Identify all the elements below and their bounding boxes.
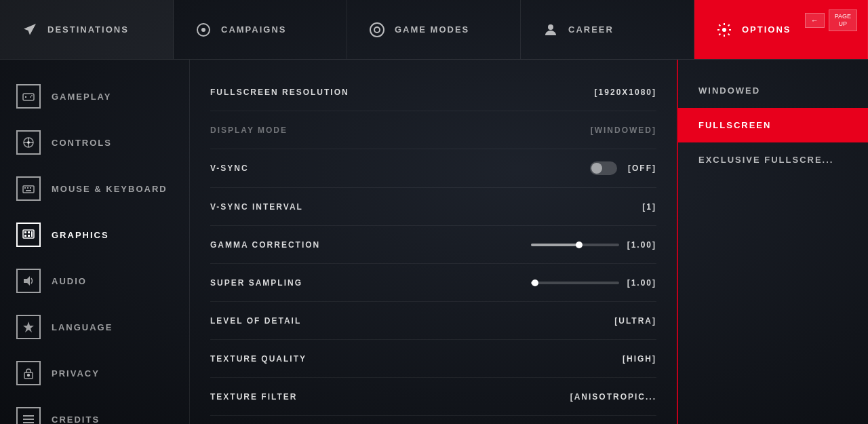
vsync-interval-value: [1] — [642, 202, 656, 212]
super-sampling-value: [1.00] — [627, 278, 656, 288]
super-sampling-slider-thumb — [532, 280, 538, 286]
nav-item-campaigns[interactable]: CAMPAIGNS — [174, 0, 347, 59]
svg-point-9 — [30, 96, 31, 98]
sidebar-item-privacy[interactable]: PRIVACY — [0, 350, 189, 396]
option-windowed[interactable]: WINDOWED — [678, 73, 868, 108]
vsync-value: [OFF] — [628, 163, 656, 173]
page-up-button[interactable]: PAGEUP — [829, 9, 857, 31]
svg-rect-30 — [23, 415, 34, 417]
gameplay-label: GAMEPLAY — [52, 92, 111, 102]
campaigns-label: CAMPAIGNS — [221, 24, 286, 35]
setting-texture-quality[interactable]: TEXTURE QUALITY [HIGH] — [210, 340, 656, 378]
career-label: CAREER — [568, 24, 614, 35]
setting-ssao[interactable]: SSAO [ULTRA] — [210, 416, 656, 424]
options-panel: WINDOWED FULLSCREEN EXCLUSIVE FULLSCRE..… — [678, 60, 868, 424]
fullscreen-resolution-label: FULLSCREEN RESOLUTION — [210, 88, 349, 97]
page-back-button[interactable]: ← — [805, 13, 825, 28]
gamma-controls: [1.00] — [531, 240, 656, 250]
gamma-value: [1.00] — [627, 240, 656, 250]
texture-filter-label: TEXTURE FILTER — [210, 392, 297, 402]
svg-point-3 — [374, 27, 380, 33]
sidebar-item-mouse-keyboard[interactable]: MOUSE & KEYBOARD — [0, 166, 189, 212]
game-modes-icon — [368, 20, 387, 39]
vsync-interval-label: V-SYNC INTERVAL — [210, 202, 303, 212]
setting-vsync-interval[interactable]: V-SYNC INTERVAL [1] — [210, 188, 656, 226]
setting-fullscreen-resolution[interactable]: FULLSCREEN RESOLUTION [1920X1080] — [210, 73, 656, 111]
mouse-keyboard-icon — [16, 176, 41, 201]
svg-rect-16 — [24, 187, 26, 189]
setting-vsync[interactable]: V-SYNC [OFF] — [210, 149, 656, 188]
texture-quality-value: [HIGH] — [623, 354, 656, 364]
page-navigation: ← PAGEUP — [805, 9, 857, 31]
sidebar-item-gameplay[interactable]: GAMEPLAY — [0, 73, 189, 119]
svg-marker-26 — [24, 276, 30, 286]
language-icon — [16, 315, 41, 339]
vsync-label: V-SYNC — [210, 163, 249, 173]
level-of-detail-label: LEVEL OF DETAIL — [210, 316, 301, 326]
mouse-keyboard-label: MOUSE & KEYBOARD — [52, 184, 167, 194]
credits-icon — [16, 407, 41, 424]
vsync-toggle-knob — [591, 163, 602, 174]
nav-item-destinations[interactable]: DESTINATIONS — [0, 0, 174, 59]
gamma-label: GAMMA CORRECTION — [210, 240, 320, 250]
vsync-controls: [OFF] — [590, 161, 656, 175]
nav-item-game-modes[interactable]: GAME MODES — [347, 0, 521, 59]
svg-point-29 — [28, 374, 30, 377]
controls-label: CONTROLS — [52, 138, 112, 148]
language-label: LANGUAGE — [52, 322, 113, 332]
svg-rect-15 — [23, 186, 34, 193]
svg-point-5 — [722, 28, 726, 32]
destinations-icon — [20, 20, 39, 39]
vsync-toggle[interactable] — [590, 161, 617, 175]
svg-marker-27 — [23, 322, 34, 332]
privacy-icon — [16, 361, 41, 385]
display-mode-value: [WINDOWED] — [591, 126, 656, 135]
setting-super-sampling[interactable]: SUPER SAMPLING [1.00] — [210, 264, 656, 302]
svg-rect-23 — [24, 235, 26, 237]
sidebar-item-language[interactable]: LANGUAGE — [0, 304, 189, 350]
sidebar-item-audio[interactable]: AUDIO — [0, 258, 189, 304]
option-windowed-label: WINDOWED — [698, 85, 760, 96]
option-fullscreen-label: FULLSCREEN — [698, 120, 771, 130]
setting-level-of-detail[interactable]: LEVEL OF DETAIL [ULTRA] — [210, 302, 656, 340]
svg-point-2 — [370, 23, 384, 37]
top-navigation: DESTINATIONS CAMPAIGNS GAME MODES CAREER — [0, 0, 868, 60]
svg-rect-18 — [30, 187, 31, 189]
svg-rect-21 — [24, 231, 26, 233]
setting-gamma[interactable]: GAMMA CORRECTION [1.00] — [210, 226, 656, 264]
sidebar: GAMEPLAY CONTROLS — [0, 60, 190, 424]
svg-rect-32 — [23, 422, 34, 423]
audio-icon — [16, 269, 41, 293]
gamma-slider[interactable] — [531, 244, 619, 246]
sidebar-item-controls[interactable]: CONTROLS — [0, 119, 189, 166]
options-icon — [715, 20, 734, 39]
svg-point-10 — [31, 95, 33, 96]
nav-item-career[interactable]: CAREER — [521, 0, 694, 59]
main-content: GAMEPLAY CONTROLS — [0, 60, 868, 424]
controls-icon — [16, 130, 41, 155]
option-fullscreen[interactable]: FULLSCREEN — [678, 108, 868, 142]
sidebar-item-graphics[interactable]: GRAPHICS — [0, 212, 189, 258]
settings-panel: FULLSCREEN RESOLUTION [1920X1080] DISPLA… — [190, 60, 678, 424]
svg-rect-6 — [23, 94, 34, 100]
campaigns-icon — [194, 20, 213, 39]
svg-rect-22 — [28, 231, 30, 233]
graphics-label: GRAPHICS — [52, 230, 109, 240]
svg-point-14 — [27, 141, 30, 144]
career-icon — [541, 20, 560, 39]
graphics-icon — [16, 223, 41, 247]
credits-label: CREDITS — [52, 415, 100, 425]
option-exclusive-fullscreen-label: EXCLUSIVE FULLSCRE... — [698, 155, 833, 165]
svg-rect-31 — [23, 419, 34, 420]
display-mode-label: DISPLAY MODE — [210, 126, 288, 135]
level-of-detail-value: [ULTRA] — [614, 316, 656, 326]
setting-texture-filter[interactable]: TEXTURE FILTER [ANISOTROPIC... — [210, 378, 656, 416]
sidebar-item-credits[interactable]: CREDITS — [0, 396, 189, 424]
setting-display-mode[interactable]: DISPLAY MODE [WINDOWED] — [210, 111, 656, 149]
super-sampling-slider[interactable] — [531, 282, 619, 284]
option-exclusive-fullscreen[interactable]: EXCLUSIVE FULLSCRE... — [678, 142, 868, 177]
fullscreen-resolution-value: [1920X1080] — [595, 88, 656, 97]
texture-quality-label: TEXTURE QUALITY — [210, 354, 307, 364]
options-label: OPTIONS — [742, 24, 791, 35]
svg-rect-24 — [28, 235, 30, 237]
